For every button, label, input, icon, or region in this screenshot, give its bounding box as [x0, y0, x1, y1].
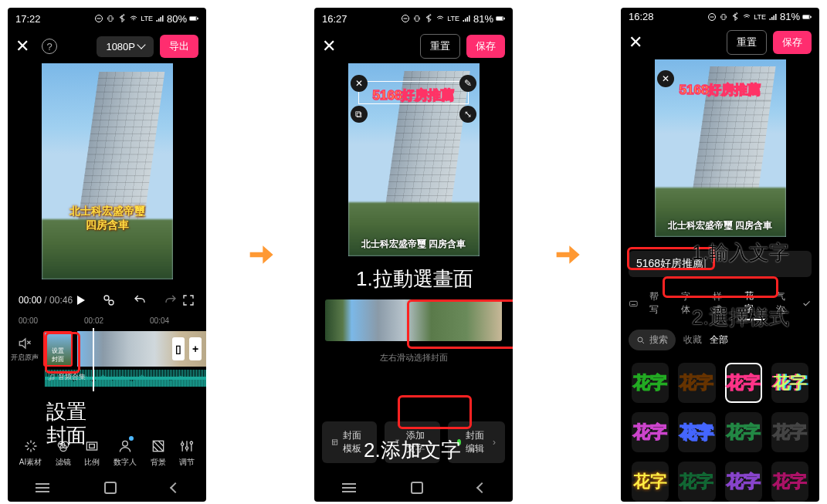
sparkle-icon — [23, 438, 39, 454]
nav-back[interactable] — [169, 482, 180, 493]
style-9[interactable]: 花字 — [678, 462, 715, 502]
video-track[interactable]: 开启原声 设置 封面 ▯ + — [8, 328, 206, 370]
style-11[interactable]: 花字 — [771, 462, 808, 502]
nav-recent[interactable] — [36, 487, 49, 489]
style-6[interactable]: 花字 — [725, 412, 762, 452]
close-icon[interactable]: ✕ — [15, 36, 29, 56]
close-icon[interactable]: ✕ — [322, 36, 336, 56]
style-0[interactable]: 花字 — [632, 363, 669, 403]
bt-icon — [730, 12, 740, 22]
link-icon[interactable] — [102, 293, 116, 307]
vibrate-icon — [106, 14, 115, 23]
ratio-icon — [84, 438, 100, 454]
close-icon[interactable]: ✕ — [629, 32, 642, 52]
style-4[interactable]: 花字 — [632, 412, 669, 452]
style-5[interactable]: 花字 — [678, 412, 715, 452]
style-8[interactable]: 花字 — [632, 462, 669, 502]
tool-avatar[interactable]: 数字人 — [114, 438, 137, 468]
export-button[interactable]: 导出 — [160, 35, 198, 58]
svg-rect-20 — [497, 17, 503, 20]
save-button[interactable]: 保存 — [466, 35, 505, 58]
undo-icon[interactable] — [133, 293, 147, 307]
wifi-icon — [436, 14, 445, 23]
confirm-icon[interactable] — [802, 297, 812, 310]
reset-button[interactable]: 重置 — [727, 30, 767, 55]
search-button[interactable]: 搜索 — [629, 330, 676, 350]
redo-icon[interactable] — [164, 293, 178, 307]
battery-pct: 81% — [780, 11, 800, 22]
cover-buttons: 封面模板 添加文字 封面编辑 › — [314, 411, 513, 474]
add-clip-button[interactable]: + — [189, 337, 202, 360]
cover-title-text[interactable]: 5168好房推薦 — [680, 81, 761, 99]
delete-handle[interactable]: ✕ — [657, 70, 674, 87]
tool-ratio[interactable]: 比例 — [84, 438, 100, 468]
text-input[interactable]: 5168好房推薦| — [629, 251, 812, 277]
phone-screen-3: 16:28 LTE 81% ✕ 重置 保存 ✕ 5168好房推薦 北士科宏盛帝璽… — [621, 8, 819, 502]
split-button[interactable]: ▯ — [172, 337, 185, 360]
svg-rect-18 — [415, 16, 419, 22]
nav-back[interactable] — [476, 482, 486, 493]
save-button[interactable]: 保存 — [773, 31, 812, 54]
tool-filter[interactable]: 滤镜 — [56, 438, 71, 468]
cover-preview[interactable]: ✕ ✎ ⧉ ⤡ 5168好房推薦 北士科宏盛帝璽 四房含車 — [314, 63, 513, 264]
copy-handle[interactable]: ⧉ — [351, 106, 368, 123]
vibrate-icon — [412, 14, 422, 23]
style-2[interactable]: 花字 — [725, 363, 762, 403]
style-3[interactable]: 花字 — [771, 363, 808, 403]
tool-bg[interactable]: 背景 — [151, 438, 166, 468]
video-preview[interactable]: 北士科宏盛帝璽四房含車 — [8, 63, 206, 287]
cover-title-text[interactable]: 5168好房推薦 — [373, 86, 455, 104]
tab-bubble[interactable]: 气泡 — [770, 287, 797, 320]
ai-write-label[interactable]: 帮写 — [643, 287, 670, 320]
audio-toggle[interactable]: 开启原声 — [11, 336, 39, 363]
android-nav — [8, 474, 206, 502]
status-right: LTE 81% — [401, 13, 505, 25]
playhead[interactable] — [93, 328, 94, 391]
cover-preview[interactable]: ✕ 5168好房推薦 北士科宏盛帝璽 四房含車 — [621, 59, 819, 245]
style-10[interactable]: 花字 — [725, 462, 762, 502]
tab-huazi[interactable]: 花字 — [738, 286, 765, 320]
signal-icon — [155, 14, 164, 23]
resolution-button[interactable]: 1080P — [97, 36, 154, 57]
svg-point-15 — [185, 447, 188, 449]
sliders-icon — [179, 438, 195, 454]
edit-handle[interactable]: ✎ — [459, 75, 476, 92]
nav-home[interactable] — [104, 482, 117, 494]
cover-thumb-button[interactable]: 设置 封面 — [43, 331, 73, 367]
cover-filmstrip[interactable] — [325, 299, 502, 341]
battery-icon — [496, 14, 505, 23]
style-7[interactable]: 花字 — [771, 412, 808, 452]
playback-controls: 00:00 / 00:46 — [8, 287, 206, 313]
tool-adjust[interactable]: 调节 — [179, 438, 195, 468]
video-clip[interactable]: ▯ + — [77, 331, 206, 367]
arrow-2 — [551, 239, 582, 270]
style-1[interactable]: 花字 — [678, 363, 715, 403]
net-label: LTE — [754, 13, 766, 21]
nav-recent[interactable] — [342, 487, 356, 489]
reset-button[interactable]: 重置 — [420, 34, 460, 59]
tool-ai[interactable]: AI素材 — [19, 438, 42, 468]
phone-screen-2: 16:27 LTE 81% ✕ 重置 保存 ✕ ✎ ⧉ ⤡ 5168好房推薦 北… — [314, 8, 513, 502]
tab-font[interactable]: 字体 — [675, 287, 702, 320]
play-icon[interactable] — [77, 296, 85, 305]
svg-point-29 — [638, 337, 642, 342]
resize-handle[interactable]: ⤡ — [459, 106, 476, 123]
audio-track[interactable]: 音频合集 — [8, 370, 206, 391]
chevron-down-icon — [137, 40, 145, 49]
delete-handle[interactable]: ✕ — [351, 75, 368, 92]
filter-fav[interactable]: 收藏 — [683, 333, 702, 347]
add-text-button[interactable]: 添加文字 — [385, 421, 439, 463]
tab-style[interactable]: 样式 — [707, 287, 734, 320]
cover-edit-button[interactable]: 封面编辑 › — [448, 421, 505, 463]
cover-template-button[interactable]: 封面模板 — [322, 421, 377, 463]
audio-tag: 音频合集 — [48, 372, 86, 382]
help-icon[interactable]: ? — [42, 39, 57, 54]
wifi-icon — [742, 12, 751, 22]
timeline-area[interactable]: 开启原声 设置 封面 ▯ + 音频合集 — [8, 328, 206, 391]
dnd-icon — [94, 14, 103, 23]
fullscreen-icon[interactable] — [181, 293, 195, 307]
keyboard-icon[interactable] — [629, 297, 639, 310]
filter-all[interactable]: 全部 — [710, 333, 728, 347]
nav-home[interactable] — [411, 482, 423, 494]
status-dot-icon — [457, 439, 461, 445]
